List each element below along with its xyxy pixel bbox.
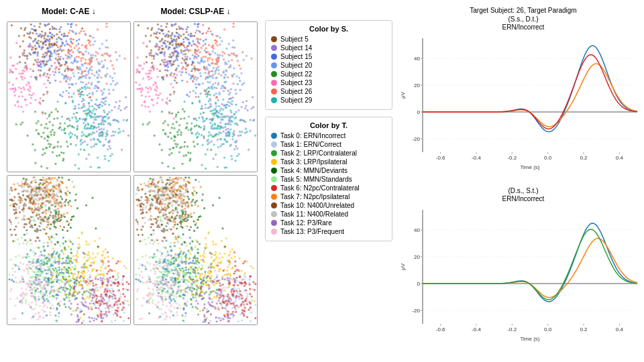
erp-bottom-canvas (399, 203, 644, 344)
cae-title: Model: C-AE ↓ (7, 7, 131, 19)
cae-column: Model: C-AE ↓ (7, 7, 131, 355)
cae-top-plot (7, 21, 131, 172)
legend-item: Subject 20 (271, 62, 386, 69)
legend-item-label: Task 4: MMN/Deviants (280, 167, 347, 174)
legend-item-label: Task 1: ERN/Correct (280, 141, 341, 148)
legend-item-label: Subject 23 (280, 79, 312, 86)
legend-item: Subject 26 (271, 88, 386, 95)
legend-dot (271, 71, 277, 77)
legend-item-label: Task 0: ERN/Incorrect (280, 132, 345, 139)
legend-item: Task 11: N400/Related (271, 210, 386, 218)
erp-plot-container: (S.s., D.t.) ERN/Incorrect (D.s., S.t.) … (399, 15, 644, 355)
legend-dot (271, 202, 277, 208)
task-legend-box: Color by T. Task 0: ERN/IncorrectTask 1:… (265, 117, 392, 241)
erp-top-canvas (399, 32, 644, 172)
legend-item-label: Subject 14 (280, 44, 312, 52)
task-legend-items: Task 0: ERN/IncorrectTask 1: ERN/Correct… (271, 132, 386, 235)
legend-item: Task 6: N2pc/Contralateral (271, 184, 386, 192)
legend-item: Task 1: ERN/Correct (271, 141, 386, 148)
cslpae-bottom-plot (133, 175, 258, 326)
legend-item-label: Task 12: P3/Rare (280, 219, 332, 227)
legend-item: Task 7: N2pc/Ipsilateral (271, 193, 386, 200)
legend-dot (271, 176, 277, 182)
legend-dot (271, 141, 277, 147)
legend-item-label: Subject 5 (280, 36, 309, 43)
legend-dot (271, 168, 277, 174)
subject-legend-title: Color by S. (271, 25, 386, 33)
erp-header: Target Subject: 26, Target Paradigm (399, 7, 644, 14)
legend-item-label: Task 2: LRP/Contralateral (280, 149, 357, 157)
erp-bottom-subtitle: (D.s., S.t.) ERN/Incorrect (399, 187, 644, 203)
legend-dot (271, 88, 277, 95)
legend-dot (271, 229, 277, 235)
legend-dot (271, 45, 277, 51)
subject-legend-box: Color by S. Subject 5Subject 14Subject 1… (265, 20, 392, 110)
cae-bottom-plot (7, 175, 131, 326)
legend-item-label: Task 13: P3/Frequent (280, 228, 344, 235)
legend-dot (271, 80, 277, 86)
erp-section: Target Subject: 26, Target Paradigm (S.s… (396, 7, 644, 355)
legend-item: Task 5: MMN/Standards (271, 176, 386, 183)
legend-item: Task 12: P3/Rare (271, 219, 386, 227)
legend-item: Task 2: LRP/Contralateral (271, 149, 386, 157)
legend-dot (271, 62, 277, 68)
legend-dot (271, 97, 277, 103)
models-section: Model: C-AE ↓ Model: CSLP-AE ↓ (7, 7, 262, 355)
legend-dot (271, 133, 277, 139)
legend-dot (271, 211, 277, 217)
legend-dot (271, 194, 277, 200)
legend-section: Color by S. Subject 5Subject 14Subject 1… (262, 7, 396, 355)
legend-dot (271, 54, 277, 60)
subject-legend-items: Subject 5Subject 14Subject 15Subject 20S… (271, 36, 386, 104)
task-legend-title: Color by T. (271, 121, 386, 129)
cslpae-top-plot (133, 21, 258, 172)
erp-top-plot: (S.s., D.t.) ERN/Incorrect (399, 15, 644, 184)
legend-item: Subject 23 (271, 79, 386, 86)
legend-item: Task 3: LRP/Ipsilateral (271, 158, 386, 166)
legend-item: Subject 5 (271, 36, 386, 43)
legend-item: Subject 14 (271, 44, 386, 52)
erp-bottom-plot: (D.s., S.t.) ERN/Incorrect (399, 187, 644, 355)
legend-item-label: Subject 20 (280, 62, 312, 69)
legend-item: Task 13: P3/Frequent (271, 228, 386, 235)
cslpae-title: Model: CSLP-AE ↓ (133, 7, 258, 19)
legend-item-label: Subject 29 (280, 97, 312, 104)
legend-dot (271, 159, 277, 165)
legend-item-label: Task 7: N2pc/Ipsilateral (280, 193, 350, 200)
legend-dot (271, 220, 277, 226)
legend-item-label: Task 5: MMN/Standards (280, 176, 352, 183)
legend-item-label: Task 6: N2pc/Contralateral (280, 184, 360, 192)
legend-item-label: Subject 15 (280, 53, 312, 60)
legend-item: Subject 22 (271, 70, 386, 78)
legend-item: Subject 29 (271, 97, 386, 104)
legend-item-label: Subject 26 (280, 88, 312, 95)
erp-top-subtitle: (S.s., D.t.) ERN/Incorrect (399, 15, 644, 32)
legend-item-label: Subject 22 (280, 70, 312, 78)
cslpae-column: Model: CSLP-AE ↓ (133, 7, 258, 355)
legend-item: Task 0: ERN/Incorrect (271, 132, 386, 139)
legend-item-label: Task 3: LRP/Ipsilateral (280, 158, 347, 166)
legend-dot (271, 36, 277, 42)
legend-item: Task 4: MMN/Deviants (271, 167, 386, 174)
legend-item: Subject 15 (271, 53, 386, 60)
legend-dot (271, 185, 277, 191)
legend-dot (271, 150, 277, 156)
main-container: Model: C-AE ↓ Model: CSLP-AE ↓ Color by … (0, 0, 644, 362)
legend-item-label: Task 10: N400/Unrelated (280, 202, 354, 209)
legend-item: Task 10: N400/Unrelated (271, 202, 386, 209)
legend-item-label: Task 11: N400/Related (280, 210, 348, 218)
